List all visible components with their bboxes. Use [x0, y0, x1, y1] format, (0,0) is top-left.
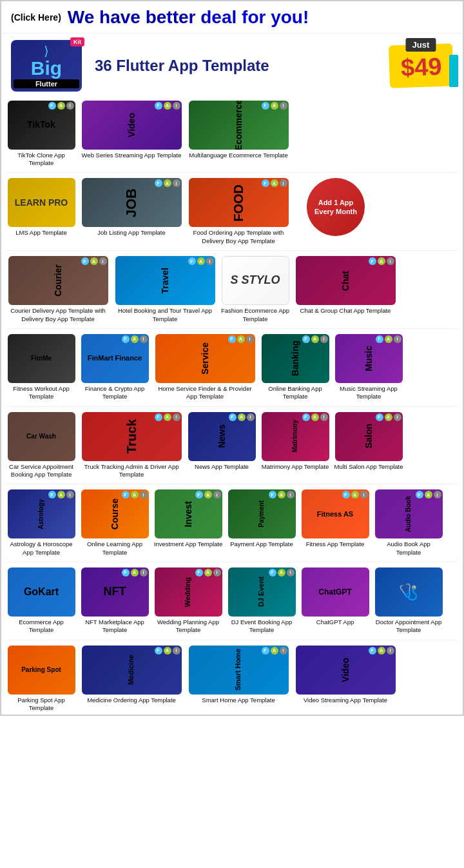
app-chatgpt[interactable]: ChatGPT ChatGPT App: [300, 567, 370, 635]
thumb-lms: LEARN PRO: [8, 178, 75, 227]
app-nft[interactable]: FAi NFT NFT Marketplace App Template: [80, 567, 150, 635]
app-ecommerce[interactable]: FAi Ecommerce Multilanguage Ecommerce Te…: [187, 101, 290, 168]
app-finance[interactable]: FAi FinMart Finance Finance & Crypto App…: [80, 334, 150, 401]
label-truck: Truck Tracking Admin & Driver App Templa…: [80, 463, 183, 479]
label-job: Job Listing App Template: [97, 229, 165, 237]
label-audiobook: Audio Book App Template: [374, 540, 443, 557]
kit-badge: Kit: [70, 37, 84, 46]
row-4: FitnMe Fitness Workout App Template FAi …: [1, 331, 463, 404]
thumb-music: FAi Music: [335, 334, 403, 383]
label-chatgpt: ChatGPT App: [316, 618, 354, 626]
label-matrimony: Matrimony App Template: [262, 463, 329, 471]
thumb-fitness: FitnMe: [8, 334, 75, 383]
label-tiktok: TikTok Clone App Template: [6, 152, 76, 168]
label-homeservice: Home Service Finder & & Provider App Tem…: [153, 385, 256, 401]
row-8: Parking Spot Parking Spot App Template F…: [1, 643, 463, 715]
label-course: Online Learning App Template: [80, 540, 150, 557]
app-fitnessapp[interactable]: FAi Fitness AS Fitness App Template: [300, 489, 370, 557]
label-medicine: Medicine Ordering App Template: [87, 696, 176, 704]
app-djevent[interactable]: FAi DJ Event DJ Event Booking App Templa…: [227, 567, 296, 635]
thumb-courier: FAi Courier: [8, 256, 108, 305]
app-homeservice[interactable]: FAi Service Home Service Finder & & Prov…: [153, 334, 256, 401]
label-videostream: Video Streaming App Template: [304, 696, 387, 704]
app-payment[interactable]: FAi Payment Payment App Template: [227, 489, 296, 557]
app-lms[interactable]: LEARN PRO LMS App Template: [6, 178, 76, 245]
thumb-gokart: GoKart: [8, 567, 75, 616]
thumb-audiobook: FAi Audio Book: [375, 489, 443, 538]
app-travel[interactable]: FAi Travel Hotel Booking and Tour Travel…: [113, 256, 217, 323]
app-news[interactable]: FAi News News App Template: [187, 412, 256, 479]
click-here-text[interactable]: (Click Here): [11, 12, 61, 23]
thumb-nft: FAi NFT: [81, 567, 149, 616]
top-banner: (Click Here) We have better deal for you…: [1, 1, 463, 34]
price-just: Just: [405, 38, 436, 52]
kit-logo: Kit ⟩ Big Flutter: [11, 40, 82, 92]
app-tiktok[interactable]: FAi TikTok TikTok Clone App Template: [6, 101, 76, 168]
app-fitness[interactable]: FitnMe Fitness Workout App Template: [6, 334, 76, 401]
thumb-invest: FAi Invest: [155, 489, 222, 538]
add-app-circle: Add 1 App Every Month: [307, 178, 365, 236]
app-fashion[interactable]: S STYLO Fashion Ecommerce App Template: [220, 256, 290, 323]
app-invest[interactable]: FAi Invest Investment App Template: [153, 489, 223, 557]
thumb-chat: FAi Chat: [296, 256, 396, 305]
label-fitnessapp: Fitness App Template: [306, 540, 365, 548]
app-matrimony[interactable]: FAi Matrimony Matrimony App Template: [260, 412, 330, 479]
label-chat: Chat & Group Chat App Template: [300, 307, 391, 315]
thumb-fitnessapp: FAi Fitness AS: [302, 489, 369, 538]
thumb-payment: FAi Payment: [228, 489, 296, 538]
app-smarthome[interactable]: FAi Smart Home Smart Home App Template: [187, 646, 290, 713]
app-music[interactable]: FAi Music Music Streaming App Template: [334, 334, 403, 401]
row-1: FAi TikTok TikTok Clone App Template FAi…: [1, 98, 463, 170]
app-audiobook[interactable]: FAi Audio Book Audio Book App Template: [374, 489, 443, 557]
label-lms: LMS App Template: [15, 229, 67, 237]
label-djevent: DJ Event Booking App Template: [227, 618, 296, 635]
thumb-news: FAi News: [188, 412, 256, 461]
app-doctor[interactable]: 🩺 Doctor Appointment App Template: [374, 567, 443, 635]
label-banking: Online Banking App Template: [260, 385, 330, 401]
label-salon: Multi Salon App Template: [334, 463, 403, 471]
thumb-matrimony: FAi Matrimony: [262, 412, 329, 461]
app-wedding[interactable]: FAi Wedding Wedding Planning App Templat…: [153, 567, 223, 635]
thumb-tiktok: FAi TikTok: [8, 101, 75, 150]
app-banking[interactable]: FAi Banking Online Banking App Template: [260, 334, 330, 401]
big-text: Big: [31, 59, 62, 78]
thumb-job: FAi JOB: [82, 178, 182, 227]
app-astrology[interactable]: FAi Astrology Astrology & Horoscope App …: [6, 489, 76, 557]
app-job[interactable]: FAi JOB Job Listing App Template: [80, 178, 183, 245]
label-payment: Payment App Template: [230, 540, 293, 548]
thumb-salon: FAi Salon: [335, 412, 403, 461]
thumb-smarthome: FAi Smart Home: [189, 646, 289, 695]
thumb-homeservice: FAi Service: [155, 334, 255, 383]
app-medicine[interactable]: FAi Medicine Medicine Ordering App Templ…: [80, 646, 183, 713]
app-food[interactable]: FAi FOOD Food Ordering App Template with…: [187, 178, 290, 245]
thumb-astrology: FAi Astrology: [8, 489, 75, 538]
app-courier[interactable]: FAi Courier Courier Delivery App Templat…: [6, 256, 110, 323]
label-food: Food Ordering App Template with Delivery…: [187, 229, 290, 245]
thumb-fashion: S STYLO: [222, 256, 289, 305]
label-wedding: Wedding Planning App Template: [153, 618, 223, 635]
app-course[interactable]: FAi Course Online Learning App Template: [80, 489, 150, 557]
label-ecommerce: Multilanguage Ecommerce Template: [189, 152, 287, 159]
app-carwash[interactable]: Car Wash Car Service Appoitment Booking …: [6, 412, 76, 479]
label-travel: Hotel Booking and Tour Travel App Templa…: [113, 307, 217, 323]
flutter-label: Flutter: [14, 79, 79, 88]
row-6: FAi Astrology Astrology & Horoscope App …: [1, 487, 463, 559]
app-videostream[interactable]: FAi Video Video Streaming App Template: [294, 646, 397, 713]
thumb-videostream: FAi Video: [296, 646, 396, 695]
app-chat[interactable]: FAi Chat Chat & Group Chat App Template: [294, 256, 397, 323]
app-gokart[interactable]: GoKart Ecommerce App Template: [6, 567, 76, 635]
thumb-finance: FAi FinMart Finance: [81, 334, 149, 383]
row-7: GoKart Ecommerce App Template FAi NFT NF…: [1, 565, 463, 637]
app-truck[interactable]: FAi Truck Truck Tracking Admin & Driver …: [80, 412, 183, 479]
thumb-wedding: FAi Wedding: [155, 567, 222, 616]
app-parking[interactable]: Parking Spot Parking Spot App Template: [6, 646, 76, 713]
kit-title: 36 Flutter App Template: [95, 57, 269, 75]
label-fitness: Fitness Workout App Template: [6, 385, 76, 401]
thumb-doctor: 🩺: [375, 567, 443, 616]
label-parking: Parking Spot App Template: [6, 696, 76, 713]
label-courier: Courier Delivery App Template with Deliv…: [6, 307, 110, 323]
row-5: Car Wash Car Service Appoitment Booking …: [1, 409, 463, 482]
app-salon[interactable]: FAi Salon Multi Salon App Template: [334, 412, 403, 479]
app-video[interactable]: FAi Video Web Series Streaming App Templ…: [80, 101, 183, 168]
label-video: Web Series Streaming App Template: [82, 152, 182, 159]
